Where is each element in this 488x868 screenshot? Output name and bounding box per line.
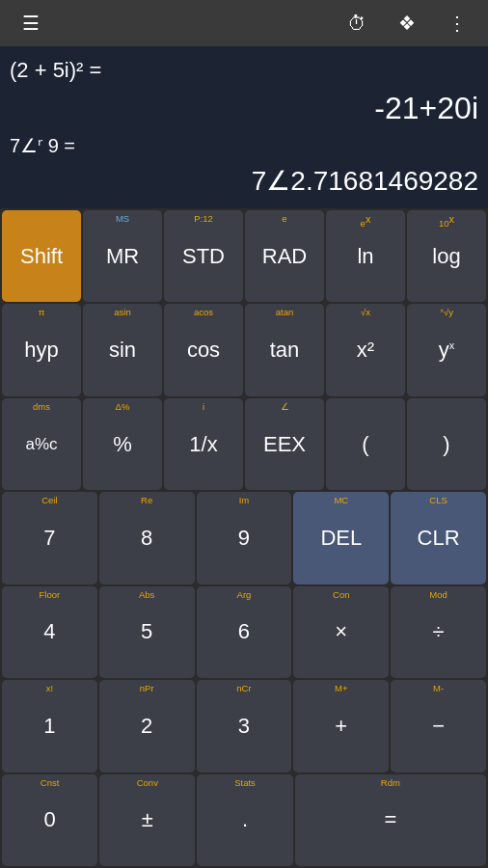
del-sub: MC <box>293 496 389 505</box>
nine-label: 9 <box>238 526 250 551</box>
lparen-label: ( <box>362 432 368 457</box>
yx-label: yx <box>439 338 455 363</box>
pct-sub: Δ% <box>83 402 162 412</box>
eight-button[interactable]: Re 8 <box>99 492 195 583</box>
top-bar: ☰ ⏱ ❖ ⋮ <box>0 0 488 46</box>
eex-button[interactable]: ∠ EEX <box>245 398 324 490</box>
hyp-button[interactable]: π hyp <box>2 304 81 395</box>
xsq-label: x² <box>357 338 374 363</box>
six-label: 6 <box>238 619 250 644</box>
clr-sub: CLS <box>391 496 486 505</box>
mul-sub: Con <box>293 590 389 600</box>
tan-label: tan <box>270 338 300 363</box>
zero-sub: Cnst <box>2 778 97 788</box>
std-label: STD <box>182 244 225 269</box>
clr-button[interactable]: CLS CLR <box>391 492 486 583</box>
five-button[interactable]: Abs 5 <box>99 586 195 678</box>
std-button[interactable]: P:12 STD <box>164 210 243 302</box>
add-button[interactable]: M+ + <box>293 680 389 772</box>
seven-button[interactable]: Ceil 7 <box>2 492 97 583</box>
zero-button[interactable]: Cnst 0 <box>2 774 97 866</box>
cos-label: cos <box>187 338 220 363</box>
mr-label: MR <box>106 244 139 269</box>
layers-icon[interactable]: ❖ <box>392 12 422 35</box>
clock-icon[interactable]: ⏱ <box>341 13 372 35</box>
pct-button[interactable]: Δ% % <box>83 398 162 490</box>
two-label: 2 <box>141 714 152 739</box>
del-label: DEL <box>320 526 362 551</box>
log-sub: 10x <box>407 214 486 229</box>
four-button[interactable]: Floor 4 <box>2 586 97 678</box>
plusminus-sub: Conv <box>99 778 195 788</box>
mul-button[interactable]: Con × <box>293 586 389 678</box>
dot-label: . <box>242 807 248 832</box>
sin-button[interactable]: asin sin <box>83 304 162 395</box>
nine-sub: Im <box>197 496 292 505</box>
tan-button[interactable]: atan tan <box>245 304 324 395</box>
one-button[interactable]: x! 1 <box>2 680 97 772</box>
display: (2 + 5i)² = -21+20i 7∠ʳ 9 = 7∠2.71681469… <box>0 46 488 208</box>
btn-row-2: π hyp asin sin acos cos atan tan √x x² ˣ… <box>2 304 486 395</box>
ln-button[interactable]: ex ln <box>326 210 405 302</box>
pct-label: % <box>113 432 132 457</box>
rparen-button[interactable]: ) <box>407 398 486 490</box>
div-button[interactable]: Mod ÷ <box>391 586 486 678</box>
sin-label: sin <box>109 338 136 363</box>
input-line-1: (2 + 5i)² = <box>10 54 478 87</box>
inv-sub: i <box>164 402 243 412</box>
yx-button[interactable]: ˣ√y yx <box>407 304 486 395</box>
abc-button[interactable]: dms a%c <box>2 398 81 490</box>
two-sub: nPr <box>99 684 195 693</box>
log-button[interactable]: 10x log <box>407 210 486 302</box>
three-label: 3 <box>238 714 250 739</box>
three-button[interactable]: nCr 3 <box>197 680 292 772</box>
btn-row-6: x! 1 nPr 2 nCr 3 M+ + M- − <box>2 680 486 772</box>
btn-row-3: dms a%c Δ% % i 1/x ∠ EEX ( ) <box>2 398 486 490</box>
three-sub: nCr <box>197 684 292 693</box>
equals-label: = <box>384 807 396 832</box>
lparen-button[interactable]: ( <box>326 398 405 490</box>
hyp-sub: π <box>2 308 81 317</box>
rad-button[interactable]: e RAD <box>245 210 324 302</box>
ln-label: ln <box>357 244 373 269</box>
btn-row-5: Floor 4 Abs 5 Arg 6 Con × Mod ÷ <box>2 586 486 678</box>
dot-button[interactable]: Stats . <box>197 774 292 866</box>
std-sub: P:12 <box>164 214 243 224</box>
add-sub: M+ <box>293 684 389 693</box>
xsq-button[interactable]: √x x² <box>326 304 405 395</box>
del-button[interactable]: MC DEL <box>293 492 389 583</box>
clr-label: CLR <box>418 526 460 551</box>
sub-button[interactable]: M- − <box>391 680 486 772</box>
nine-button[interactable]: Im 9 <box>197 492 292 583</box>
menu-icon[interactable]: ☰ <box>15 12 46 35</box>
seven-sub: Ceil <box>2 496 97 505</box>
five-label: 5 <box>141 619 152 644</box>
result-line-1: -21+20i <box>10 87 478 130</box>
xsq-sub: √x <box>326 308 405 317</box>
rparen-label: ) <box>443 432 449 457</box>
plusminus-label: ± <box>142 807 153 832</box>
abc-sub: dms <box>2 402 81 412</box>
six-sub: Arg <box>197 590 292 600</box>
shift-button[interactable]: Shift <box>2 210 81 302</box>
equals-button[interactable]: Rdm = <box>295 774 486 866</box>
zero-label: 0 <box>43 807 55 832</box>
six-button[interactable]: Arg 6 <box>197 586 292 678</box>
cos-button[interactable]: acos cos <box>164 304 243 395</box>
one-label: 1 <box>43 714 55 739</box>
dot-sub: Stats <box>197 778 292 788</box>
abc-label: a%c <box>25 435 57 454</box>
div-sub: Mod <box>391 590 486 600</box>
mr-button[interactable]: MS MR <box>83 210 162 302</box>
plusminus-button[interactable]: Conv ± <box>99 774 195 866</box>
add-label: + <box>335 714 347 739</box>
more-icon[interactable]: ⋮ <box>442 12 473 35</box>
hyp-label: hyp <box>24 338 58 363</box>
two-button[interactable]: nPr 2 <box>99 680 195 772</box>
inv-button[interactable]: i 1/x <box>164 398 243 490</box>
shift-label: Shift <box>20 244 63 269</box>
four-sub: Floor <box>2 590 97 600</box>
log-label: log <box>432 244 460 269</box>
mr-sub: MS <box>83 214 162 224</box>
result-line-2: 7∠2.71681469282 <box>10 161 478 201</box>
